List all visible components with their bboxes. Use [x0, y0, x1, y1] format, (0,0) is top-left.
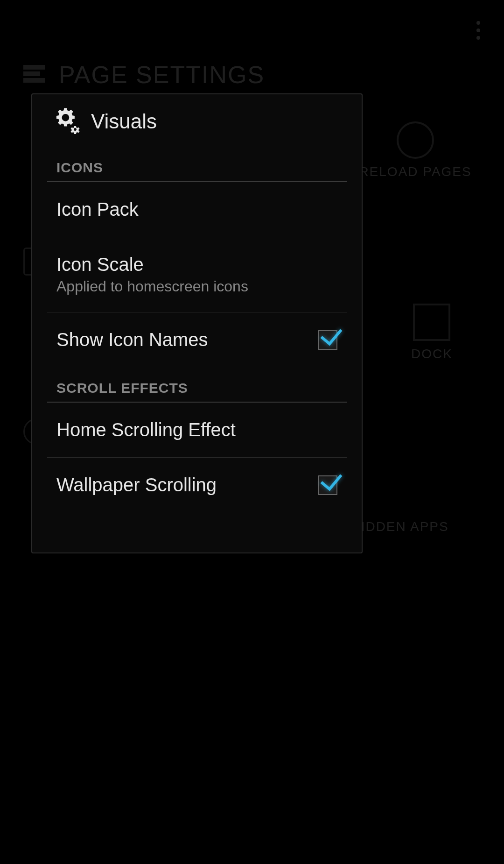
visuals-dialog: Visuals ICONS Icon Pack Icon Scale Appli… — [31, 93, 363, 553]
setting-icon-scale[interactable]: Icon Scale Applied to homescreen icons — [32, 237, 362, 312]
setting-wallpaper-scrolling[interactable]: Wallpaper Scrolling — [32, 458, 362, 512]
dialog-title: Visuals — [91, 110, 157, 133]
setting-title: Wallpaper Scrolling — [56, 474, 217, 496]
setting-home-scrolling-effect[interactable]: Home Scrolling Effect — [32, 403, 362, 457]
setting-show-icon-names[interactable]: Show Icon Names — [32, 312, 362, 367]
setting-title: Icon Pack — [56, 199, 139, 220]
checkbox-wallpaper-scrolling[interactable] — [318, 475, 337, 495]
gear-settings-icon — [55, 107, 83, 135]
page-title: PAGE SETTINGS — [59, 61, 265, 89]
page-settings-header: PAGE SETTINGS — [23, 61, 265, 89]
setting-subtitle: Applied to homescreen icons — [56, 278, 248, 295]
bg-label: HIDDEN APPS — [350, 518, 448, 535]
setting-title: Show Icon Names — [56, 329, 208, 350]
upload-icon — [413, 304, 450, 341]
bg-label: RELOAD PAGES — [359, 163, 471, 180]
bg-label: DOCK — [411, 346, 453, 362]
people-icon — [381, 476, 419, 514]
refresh-icon — [397, 121, 434, 159]
section-header-scroll-effects: SCROLL EFFECTS — [32, 367, 362, 402]
setting-title: Icon Scale — [56, 254, 248, 275]
dialog-header: Visuals — [32, 94, 362, 147]
setting-icon-pack[interactable]: Icon Pack — [32, 182, 362, 237]
setting-title: Home Scrolling Effect — [56, 419, 236, 440]
checkbox-show-icon-names[interactable] — [318, 330, 337, 350]
section-header-icons: ICONS — [32, 147, 362, 181]
list-icon — [23, 65, 45, 85]
overflow-menu-icon — [467, 19, 490, 42]
